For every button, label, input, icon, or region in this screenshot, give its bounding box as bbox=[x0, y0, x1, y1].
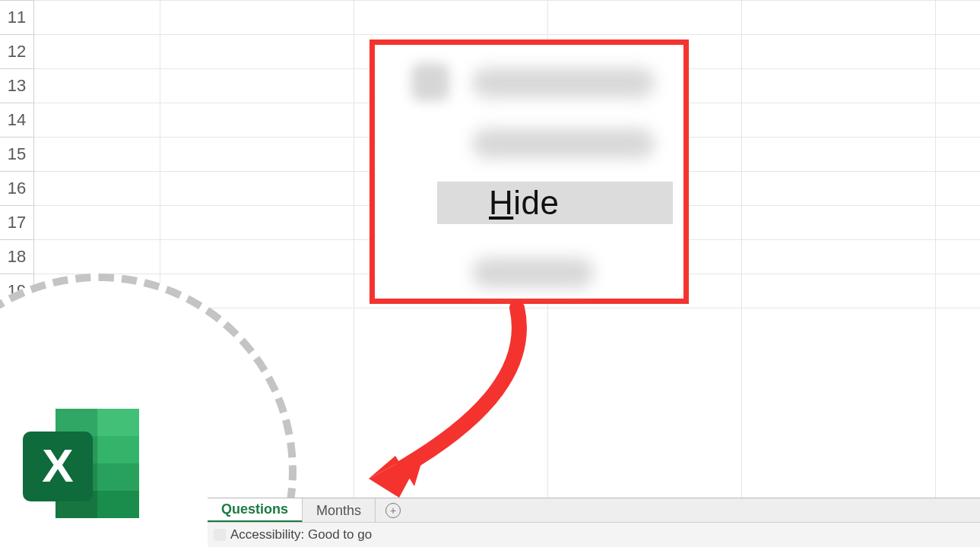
menu-item-blurred-3 bbox=[472, 258, 594, 288]
row-header-16[interactable]: 16 bbox=[0, 171, 34, 205]
svg-text:X: X bbox=[42, 439, 73, 492]
svg-rect-8 bbox=[97, 491, 139, 518]
excel-logo-icon: X bbox=[14, 403, 151, 524]
row-header-18[interactable]: 18 bbox=[0, 239, 34, 274]
plus-icon: + bbox=[385, 503, 401, 518]
menu-item-hide-mnemonic: H bbox=[489, 184, 513, 222]
menu-item-hide-label: ide bbox=[513, 184, 559, 222]
context-menu-callout: Hide bbox=[369, 40, 689, 304]
accessibility-icon bbox=[214, 529, 226, 541]
menu-item-blurred-1 bbox=[472, 68, 655, 98]
svg-rect-5 bbox=[97, 409, 139, 436]
row-header-14[interactable]: 14 bbox=[0, 103, 34, 137]
row-header-11[interactable]: 11 bbox=[0, 0, 34, 34]
status-text: Accessibility: Good to go bbox=[230, 527, 372, 542]
row-header-15[interactable]: 15 bbox=[0, 137, 34, 171]
sheet-tab-questions[interactable]: Questions bbox=[208, 498, 303, 523]
sheet-tab-strip: Questions Months + bbox=[208, 498, 980, 523]
row-header-17[interactable]: 17 bbox=[0, 205, 34, 239]
svg-rect-7 bbox=[97, 463, 139, 491]
row-header-13[interactable]: 13 bbox=[0, 68, 34, 103]
add-sheet-button[interactable]: + bbox=[376, 498, 411, 523]
row-header-12[interactable]: 12 bbox=[0, 34, 34, 68]
menu-item-blurred-2 bbox=[472, 128, 655, 159]
menu-item-hide[interactable]: Hide bbox=[437, 182, 673, 224]
status-bar: Accessibility: Good to go bbox=[208, 522, 980, 547]
svg-rect-6 bbox=[97, 436, 139, 463]
sheet-tab-months[interactable]: Months bbox=[303, 498, 376, 523]
menu-item-icon-blurred bbox=[411, 63, 449, 101]
